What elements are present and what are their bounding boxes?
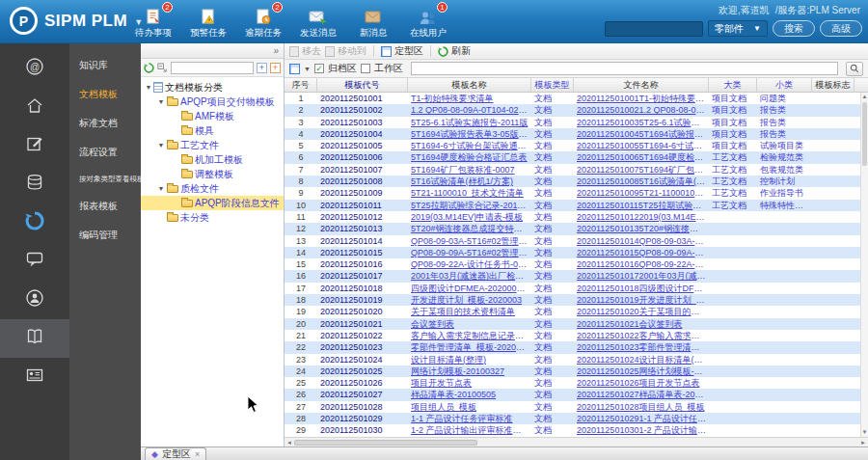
cell-name[interactable]: 5T1694试验报告表单3-05版试验	[408, 128, 531, 140]
cell-name[interactable]: 会议签到表	[408, 318, 531, 330]
cell-name[interactable]: 客户输入需求定制信息记录表-管理	[408, 330, 531, 341]
cell-name[interactable]: 5T20#钢连接器总成提交特殊产品	[408, 223, 531, 234]
tree-expand-icon[interactable]: ▼	[144, 84, 153, 91]
cell-name[interactable]: 5T16试验清单(样机1/方案)	[408, 176, 531, 187]
table-row[interactable]: 620201125010065T1694硬度检验合格证汇总表文档20201125…	[285, 151, 860, 163]
rail-edit[interactable]	[0, 126, 69, 165]
table-row[interactable]: 12020112501001T1-初始特殊要求清单文档2020112501001…	[285, 93, 860, 104]
tree-node[interactable]: 机加工模板	[141, 152, 284, 167]
cell-file[interactable]: 20201125010135T20#钢连接器总成	[574, 223, 709, 234]
cell-file[interactable]: 20201125010065T1694硬度检验合格	[574, 151, 709, 163]
cell-file[interactable]: 20201125010085T16试验清单(样机1	[574, 176, 709, 187]
column-header-name[interactable]: 模板名称	[408, 78, 531, 92]
cell-file[interactable]: 20201125010122019(03.M14EV)申请	[574, 211, 709, 223]
move-to-button[interactable]: 移动到	[325, 44, 366, 58]
table-row[interactable]: 420201125010045T1694试验报告表单3-05版试验文档20201…	[285, 128, 860, 140]
cell-file[interactable]: 20201125010115T25拉期试验综合记	[574, 200, 709, 211]
table-row[interactable]: 142020112501015QP08-09-09A-5T16#02管理规定文档…	[285, 247, 860, 258]
nav-overdue-task[interactable]: 逾期任务2	[241, 4, 285, 40]
tree-node[interactable]: 未分类	[141, 210, 284, 225]
table-row[interactable]: 920201125010095T21-1100010_技术文件清单文档20201…	[285, 187, 860, 199]
cell-name[interactable]: T1-初始特殊要求清单	[408, 93, 531, 104]
collapse-panel-icon[interactable]: »	[273, 45, 279, 56]
table-row[interactable]: 202020112501021会议签到表文档2020112501021会议签到表	[285, 318, 860, 330]
tree-refresh-icon[interactable]	[144, 63, 154, 73]
cell-name[interactable]: 5T25-6.1试验实施报告-2011版	[408, 117, 531, 128]
sidebar-item-报表模板[interactable]: 报表模板	[69, 192, 141, 221]
tree-node[interactable]: 模具	[141, 123, 284, 138]
column-header-flag[interactable]: 模板标志	[812, 78, 854, 92]
remove-button[interactable]: 移去	[289, 44, 321, 58]
cell-file[interactable]: 2020112501021会议签到表	[574, 318, 709, 330]
table-row[interactable]: 1620201125010172001年03月(减速器)出厂检验单文档20201…	[285, 270, 860, 282]
cell-file[interactable]: 2020112501019开发进度计划_模板	[574, 294, 709, 306]
cell-name[interactable]: 设计目标清单(整理)	[408, 354, 531, 365]
table-row[interactable]: 192020112501020关于某项目的技术资料清单文档20201125010…	[285, 306, 860, 317]
cell-file[interactable]: 2020112501026项目开发节点表	[574, 377, 709, 389]
rail-book[interactable]	[0, 319, 69, 358]
cell-file[interactable]: 20201125010045T1694试验报告表单	[574, 128, 709, 140]
table-row[interactable]: 222020112501023零部件管理清单_模板-20200版文档202011…	[285, 341, 860, 353]
cell-name[interactable]: 网络计划模板-20100327	[408, 365, 531, 377]
horizontal-scrollbar[interactable]: ◄ ►	[285, 437, 868, 446]
cell-name[interactable]: 开发进度计划_模板-2020003	[408, 294, 531, 306]
cell-name[interactable]: 5T21-1100010_技术文件清单	[408, 187, 531, 199]
sidebar-item-文档模板[interactable]: 文档模板	[69, 80, 141, 109]
table-row[interactable]: 242020112501025网络计划模板-20100327文档20201125…	[285, 365, 860, 377]
cell-name[interactable]: 零部件管理清单_模板-20200版	[408, 341, 531, 353]
cell-name[interactable]: 5T1694硬度检验合格证汇总表	[408, 151, 531, 163]
cell-file[interactable]: 2020112501024设计目标清单(整理)	[574, 354, 709, 365]
cell-file[interactable]: 2020112501018四级图设计DFMEA-20	[574, 283, 709, 294]
table-row[interactable]: 520201125010055T1694-6寸试验台架试验通知单文档202011…	[285, 140, 860, 151]
expand-all-button[interactable]: +	[257, 63, 267, 73]
cell-file[interactable]: 2020112501028项目组人员_模板	[574, 401, 709, 413]
cell-name[interactable]: 项目开发节点表	[408, 377, 531, 389]
cell-name[interactable]: 5T1694-6寸试验台架试验通知单	[408, 140, 531, 151]
rail-chat[interactable]	[0, 242, 69, 281]
finalize-area-button[interactable]: 定型区	[381, 44, 423, 58]
nav-send-message[interactable]: 发送消息	[296, 4, 340, 40]
table-row[interactable]: 232020112501024设计目标清单(整理)文档2020112501024…	[285, 354, 860, 365]
cell-file[interactable]: 2020112501023零部件管理清单_模	[574, 341, 709, 353]
nav-new-message[interactable]: 新消息	[351, 4, 395, 40]
column-header-code[interactable]: 模板代号	[317, 78, 408, 92]
cell-name[interactable]: 1.2 QP08-08-09A-0T104-02特殊特性	[408, 104, 531, 116]
tree-node[interactable]: 调整模板	[141, 167, 284, 181]
table-row[interactable]: 2820201125010291-1 产品设计任务评审标准文档202011250…	[285, 413, 860, 424]
cell-name[interactable]: QP08-09-03A-5T16#02管理规定	[408, 235, 531, 247]
cell-name[interactable]: QP08-09-09A-5T16#02管理规定	[408, 247, 531, 258]
table-row[interactable]: 152020112501016QP08-09-22A-设计任务书-03版文档20…	[285, 258, 860, 270]
sidebar-item-流程设置[interactable]: 流程设置	[69, 138, 141, 167]
rail-knowledge-at[interactable]: @	[0, 49, 69, 88]
nav-warning-task[interactable]: 预警任务	[186, 4, 231, 40]
archive-area-checkbox[interactable]: ✓	[314, 64, 324, 73]
column-header-file[interactable]: 文件名称	[574, 78, 709, 92]
column-header-type[interactable]: 模板类型	[531, 78, 574, 92]
table-row[interactable]: 132020112501014QP08-09-03A-5T16#02管理规定文档…	[285, 235, 860, 247]
horizontal-scroll-thumb[interactable]	[294, 440, 477, 446]
cell-name[interactable]: 四级图设计DFMEA-2020003版	[408, 283, 531, 294]
rail-person-circle[interactable]	[0, 281, 69, 319]
sidebar-item-标准文档[interactable]: 标准文档	[69, 109, 141, 138]
grid-filter-input[interactable]	[411, 62, 838, 75]
app-logo[interactable]: P SIPM PLM ▼	[10, 7, 143, 35]
tree-filter-input[interactable]	[171, 62, 254, 74]
tree-node[interactable]: ▼质检文件	[141, 181, 284, 196]
sidebar-item-按对象类型查看模板[interactable]: 按对象类型查看模板	[69, 167, 141, 192]
sidebar-item-编码管理[interactable]: 编码管理	[69, 221, 141, 250]
rail-database[interactable]	[0, 165, 69, 203]
tree-node[interactable]: AMF模板	[141, 109, 284, 123]
search-button[interactable]: 搜索	[773, 20, 815, 37]
vertical-scroll-thumb[interactable]	[862, 102, 867, 166]
cell-file[interactable]: 2020112501022客户输入需求定制信	[574, 330, 709, 341]
cell-name[interactable]: 1-2 产品设计输出评审标准清单	[408, 424, 531, 436]
search-category-select[interactable]: 零部件▼	[708, 20, 768, 37]
tree-expand-icon[interactable]: ▼	[156, 185, 166, 192]
tree-node[interactable]: ▼文档模板分类	[141, 80, 284, 95]
tree-expand-icon[interactable]: ▼	[156, 142, 166, 149]
cell-name[interactable]: 5T1694矿厂包装标准-0007	[408, 164, 531, 176]
cell-file[interactable]: 20201125010095T21-1100010_技术	[574, 187, 709, 199]
cell-name[interactable]: 样品清单表-20100505	[408, 389, 531, 400]
cell-file[interactable]: 20201125010021.2 QP08-08-09A-0T104	[574, 104, 709, 116]
scroll-up-icon[interactable]: ▲	[861, 93, 868, 101]
